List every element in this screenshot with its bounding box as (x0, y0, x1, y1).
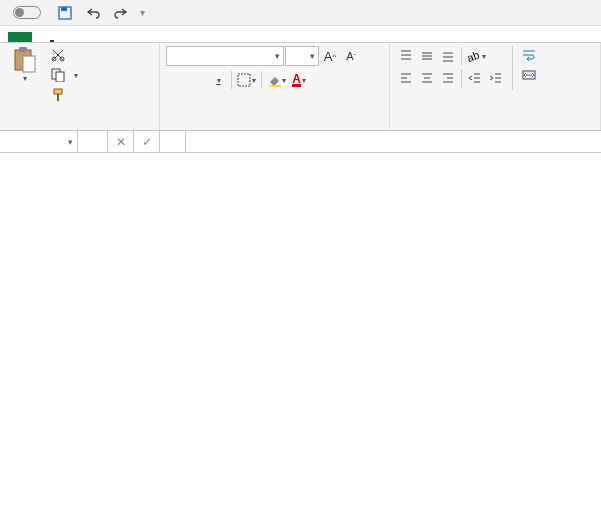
tab-view[interactable] (182, 32, 186, 42)
tab-file[interactable] (8, 32, 32, 42)
align-left-icon[interactable] (396, 68, 416, 88)
fx-icon[interactable] (160, 131, 186, 152)
wrap-text-button[interactable] (519, 46, 543, 64)
font-name-select[interactable] (166, 46, 284, 66)
svg-text:ab: ab (467, 49, 481, 63)
scissors-icon (50, 47, 66, 63)
svg-rect-9 (54, 89, 62, 94)
merge-icon (521, 67, 537, 83)
svg-rect-3 (19, 47, 27, 52)
tab-insert[interactable] (72, 32, 76, 42)
tab-page-layout[interactable] (94, 32, 98, 42)
svg-rect-11 (238, 74, 250, 86)
bold-button[interactable] (166, 70, 186, 90)
svg-rect-8 (56, 72, 64, 82)
decrease-indent-icon[interactable] (465, 68, 485, 88)
svg-rect-4 (23, 56, 35, 72)
svg-rect-10 (57, 94, 59, 101)
format-painter-button[interactable] (48, 86, 80, 104)
tab-help[interactable] (204, 32, 208, 42)
qat-customize-icon[interactable]: ▾ (140, 7, 145, 18)
align-right-icon[interactable] (438, 68, 458, 88)
increase-font-icon[interactable]: A^ (320, 46, 340, 66)
tab-review[interactable] (160, 32, 164, 42)
ribbon-tabs (0, 26, 601, 43)
font-size-select[interactable] (285, 46, 319, 66)
decrease-font-icon[interactable]: Aˇ (341, 46, 361, 66)
tab-data[interactable] (138, 32, 142, 42)
tab-home[interactable] (50, 30, 54, 42)
svg-rect-12 (269, 85, 281, 87)
fill-color-button[interactable] (265, 70, 288, 90)
enter-formula-icon[interactable]: ✓ (134, 131, 160, 152)
name-box[interactable] (0, 131, 78, 152)
save-icon[interactable] (56, 4, 74, 22)
redo-icon[interactable] (112, 4, 130, 22)
merge-button[interactable] (519, 66, 543, 84)
clipboard-group-label (6, 126, 153, 128)
group-clipboard: ▾ ▾ (0, 43, 160, 130)
underline-button[interactable] (208, 70, 228, 90)
border-button[interactable] (235, 70, 258, 90)
increase-indent-icon[interactable] (486, 68, 506, 88)
paste-button[interactable]: ▾ (6, 46, 44, 126)
autosave[interactable] (8, 6, 46, 19)
cancel-formula-icon[interactable]: ✕ (108, 131, 134, 152)
formula-bar-row: ✕ ✓ (0, 131, 601, 153)
align-middle-icon[interactable] (417, 46, 437, 66)
copy-button[interactable]: ▾ (48, 66, 80, 84)
paste-dropdown-icon[interactable]: ▾ (23, 74, 27, 83)
ribbon: ▾ ▾ (0, 43, 601, 131)
italic-button[interactable] (187, 70, 207, 90)
align-center-icon[interactable] (417, 68, 437, 88)
group-font: A^ Aˇ A (160, 43, 390, 130)
brush-icon (50, 87, 66, 103)
copy-icon (50, 67, 66, 83)
orientation-icon[interactable]: ab (465, 46, 488, 66)
font-group-label (166, 126, 383, 128)
group-alignment: ab (390, 43, 601, 130)
undo-icon[interactable] (84, 4, 102, 22)
align-top-icon[interactable] (396, 46, 416, 66)
svg-rect-1 (61, 7, 67, 11)
align-bottom-icon[interactable] (438, 46, 458, 66)
tab-formulas[interactable] (116, 32, 120, 42)
titlebar: ▾ (0, 0, 601, 26)
alignment-group-label (396, 126, 594, 128)
autosave-toggle[interactable] (13, 6, 41, 19)
formula-input[interactable] (186, 131, 601, 152)
font-color-button[interactable]: A (289, 70, 309, 90)
cut-button[interactable] (48, 46, 80, 64)
wrap-icon (521, 47, 537, 63)
